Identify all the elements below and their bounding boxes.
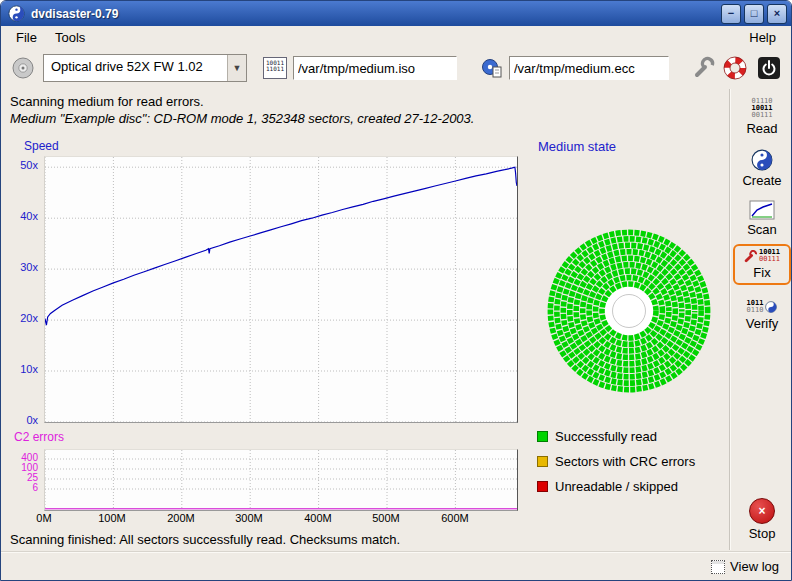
c2-errors-title: C2 errors [14, 430, 64, 444]
small-yinyang-icon [765, 301, 777, 313]
c2-ytick: 6 [7, 482, 38, 493]
drive-refresh-button[interactable] [9, 54, 37, 82]
quit-button[interactable] [755, 54, 783, 82]
x-tick: 400M [298, 512, 338, 524]
speed-ytick: 50x [7, 159, 38, 171]
legend-item-unreadable: Unreadable / skipped [537, 478, 678, 494]
legend-swatch [537, 456, 548, 467]
menubar: File Tools Help [1, 27, 791, 48]
menu-help[interactable]: Help [740, 28, 785, 47]
titlebar[interactable]: dvdisaster-0.79 − □ × [1, 1, 791, 26]
lifebuoy-icon [723, 56, 747, 80]
speed-ytick: 30x [7, 261, 38, 273]
x-tick: 300M [229, 512, 269, 524]
log-icon [711, 560, 725, 574]
read-button[interactable]: 01110 10011 00111 Read [733, 93, 791, 141]
minimize-button[interactable]: − [721, 4, 741, 24]
stop-button[interactable]: × Stop [733, 493, 791, 546]
medium-info: Medium "Example disc": CD-ROM mode 1, 35… [10, 111, 474, 126]
legend-item-success: Successfully read [537, 428, 657, 444]
legend-item-crc: Sectors with CRC errors [537, 453, 695, 469]
scan-button-label: Scan [747, 222, 777, 237]
menu-tools[interactable]: Tools [46, 28, 94, 47]
create-button-label: Create [742, 173, 781, 188]
status-bar [1, 551, 791, 580]
verify-button[interactable]: 1011 0110 Verify [733, 295, 791, 336]
wrench-icon [691, 56, 715, 80]
toolbar: Optical drive 52X FW 1.02 ▼ 10011 11011 [1, 48, 791, 88]
x-tick: 100M [92, 512, 132, 524]
ecc-file-icon [481, 58, 503, 78]
speed-chart [44, 156, 518, 423]
scan-chart-icon [749, 200, 775, 220]
medium-state-title: Medium state [538, 139, 616, 154]
preferences-button[interactable] [689, 54, 717, 82]
scan-result-message: Scanning finished: All sectors successfu… [10, 532, 400, 547]
app-window: dvdisaster-0.79 − □ × File Tools Help Op… [0, 0, 792, 581]
view-log-button[interactable]: View log [711, 559, 779, 574]
x-tick: 0M [24, 512, 64, 524]
x-tick: 200M [161, 512, 201, 524]
close-button[interactable]: × [767, 4, 787, 24]
legend-label: Unreadable / skipped [555, 479, 678, 494]
power-icon [757, 56, 781, 80]
fix-icon-row: 00111 [759, 256, 780, 263]
iso-path-input[interactable] [293, 56, 457, 80]
drive-selector-value: Optical drive 52X FW 1.02 [44, 55, 227, 81]
scan-button[interactable]: Scan [733, 195, 791, 242]
chevron-down-icon: ▼ [227, 55, 246, 81]
about-button[interactable] [721, 54, 749, 82]
speed-ytick: 10x [7, 363, 38, 375]
window-title: dvdisaster-0.79 [31, 7, 718, 21]
red-wrench-icon [744, 250, 757, 263]
yinyang-icon [751, 149, 773, 171]
read-icon: 01110 10011 00111 [751, 98, 772, 119]
legend-swatch [537, 431, 548, 442]
image-file-icon-row: 11011 [264, 66, 286, 72]
fix-icon-bits: 10011 00111 [759, 249, 780, 263]
verify-icon-row: 0110 [747, 307, 764, 314]
verify-icon-bits: 1011 0110 [747, 300, 764, 314]
menu-file[interactable]: File [7, 28, 46, 47]
optical-disc-icon [11, 56, 35, 80]
verify-button-label: Verify [746, 316, 779, 331]
speed-ytick: 0x [7, 414, 38, 426]
speed-ytick: 20x [7, 312, 38, 324]
ecc-path-input[interactable] [509, 56, 669, 80]
image-file-icon: 10011 11011 [263, 57, 287, 79]
speed-ytick: 40x [7, 210, 38, 222]
legend-label: Sectors with CRC errors [555, 454, 695, 469]
fix-button-label: Fix [753, 265, 770, 280]
yinyang-app-icon [8, 5, 25, 22]
verify-icon: 1011 0110 [747, 300, 778, 314]
medium-state-disc [541, 223, 717, 399]
read-icon-row: 00111 [751, 112, 772, 119]
maximize-button[interactable]: □ [744, 4, 764, 24]
status-heading: Scanning medium for read errors. [10, 94, 204, 109]
legend-label: Successfully read [555, 429, 657, 444]
read-button-label: Read [746, 121, 777, 136]
stop-icon: × [749, 498, 775, 524]
legend-swatch [537, 481, 548, 492]
create-button[interactable]: Create [733, 144, 791, 193]
stop-button-label: Stop [749, 526, 776, 541]
view-log-label: View log [730, 559, 779, 574]
fix-button[interactable]: 10011 00111 Fix [733, 244, 791, 285]
drive-selector[interactable]: Optical drive 52X FW 1.02 ▼ [43, 54, 247, 82]
c2-errors-chart [44, 449, 518, 511]
x-tick: 500M [366, 512, 406, 524]
speed-chart-title: Speed [24, 139, 59, 153]
fix-icon: 10011 00111 [744, 249, 780, 263]
x-tick: 600M [435, 512, 475, 524]
